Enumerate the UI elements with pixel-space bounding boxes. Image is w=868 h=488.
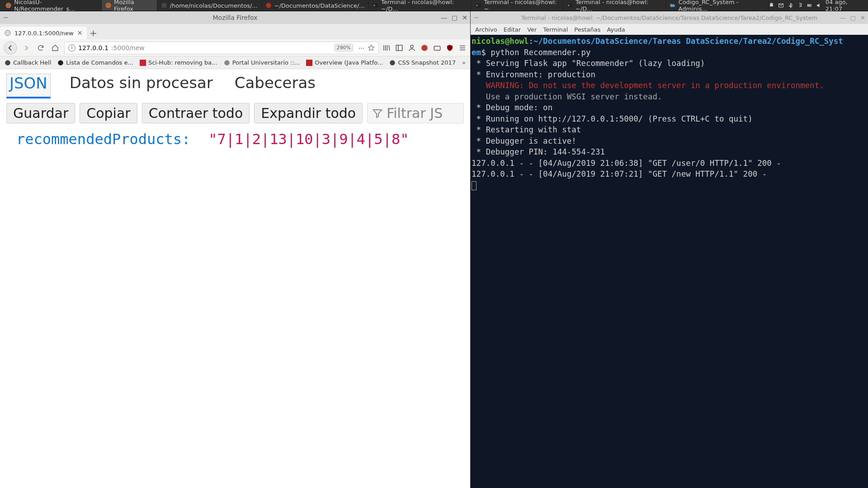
- bluetooth-icon[interactable]: [788, 2, 793, 9]
- bookmark-item[interactable]: Callback Hell: [5, 59, 51, 66]
- site-info-icon[interactable]: i: [68, 44, 75, 52]
- system-tray: 04 ago, 21:07: [769, 0, 866, 12]
- json-value[interactable]: "7|1|2|13|10|3|9|4|5|8": [208, 131, 409, 148]
- url-bar[interactable]: i 127.0.0.1:5000/new 290% ⋯: [64, 42, 379, 54]
- json-key[interactable]: recommendedProducts: [16, 131, 182, 148]
- close-icon[interactable]: ✕: [860, 14, 865, 21]
- taskbar-item[interactable]: Mozilla Firefox: [102, 0, 157, 11]
- menu-item[interactable]: Archivo: [475, 26, 497, 33]
- clock[interactable]: 04 ago, 21:07: [826, 0, 863, 12]
- bookmarks-overflow[interactable]: »: [462, 59, 466, 66]
- terminal-line: * Debug mode: on: [472, 103, 552, 112]
- svg-rect-24: [306, 60, 312, 66]
- taskbar-item[interactable]: ~/Documentos/DataScience/...: [262, 0, 369, 11]
- svg-rect-12: [807, 5, 810, 6]
- bookmark-item[interactable]: Portal Universitario ::...: [224, 59, 300, 66]
- terminal-line: * Running on http://127.0.0.1:5000/ (Pre…: [472, 114, 753, 123]
- tab-headers[interactable]: Cabeceras: [232, 74, 318, 99]
- system-taskbar: NicolasU-N/Recommender_s... Mozilla Fire…: [0, 0, 868, 11]
- copy-button[interactable]: Copiar: [80, 103, 137, 123]
- tab-raw[interactable]: Datos sin procesar: [67, 74, 216, 99]
- terminal-line: * Debugger PIN: 144-554-231: [472, 147, 605, 156]
- menu-item[interactable]: Terminal: [543, 26, 568, 33]
- library-icon[interactable]: [382, 44, 391, 52]
- window-menu-icon[interactable]: [3, 14, 9, 21]
- svg-rect-26: [474, 17, 478, 18]
- tab-close-icon[interactable]: ✕: [77, 29, 83, 37]
- svg-rect-6: [373, 4, 378, 8]
- collapse-all-button[interactable]: Contraer todo: [142, 103, 250, 123]
- taskbar-item[interactable]: NicolasU-N/Recommender_s...: [2, 0, 102, 11]
- bookmark-item[interactable]: Sci-Hub: removing ba...: [140, 59, 217, 66]
- filter-input[interactable]: Filtrar JS: [367, 103, 464, 123]
- bookmark-item[interactable]: Overview (Java Platfo...: [306, 59, 383, 66]
- prompt-cwd: em: [472, 48, 481, 57]
- window-title: Mozilla Firefox: [213, 14, 258, 21]
- taskbar-item[interactable]: Terminal - nicolas@howl: ~: [472, 0, 563, 11]
- svg-point-20: [5, 60, 10, 66]
- terminal-body[interactable]: nicolas@howl:~/Documentos/DataScience/Ta…: [471, 35, 868, 488]
- maximize-icon[interactable]: ▢: [850, 14, 856, 21]
- bookmark-star-icon[interactable]: [368, 44, 375, 52]
- taskbar-label: Terminal - nicolas@howl: ~/D...: [576, 0, 662, 12]
- tab-json[interactable]: JSON: [6, 74, 51, 99]
- network-icon[interactable]: [797, 2, 803, 9]
- bookmark-item[interactable]: Lista de Comandos e...: [57, 59, 133, 66]
- funnel-icon: [372, 108, 383, 119]
- prompt-cwd: ~/Documentos/DataScience/Tareas DataScie…: [533, 37, 843, 46]
- page-actions-icon[interactable]: ⋯: [359, 44, 365, 52]
- hamburger-menu-icon[interactable]: [458, 44, 467, 52]
- home-button[interactable]: [50, 42, 61, 53]
- firefox-titlebar[interactable]: Mozilla Firefox — ▢ ✕: [0, 11, 470, 24]
- bookmark-item[interactable]: CSS Snapshot 2017: [389, 59, 456, 66]
- desktop: Mozilla Firefox — ▢ ✕ 127.0.0.1:5000/new…: [0, 11, 868, 488]
- taskbar-label: NicolasU-N/Recommender_s...: [14, 0, 98, 12]
- reload-icon: [37, 44, 44, 52]
- terminal-icon: [475, 2, 481, 9]
- menu-item[interactable]: Ayuda: [607, 26, 625, 33]
- taskbar-item[interactable]: Terminal - nicolas@howl: ~/D...: [563, 0, 666, 11]
- terminal-line: 127.0.0.1 - - [04/Aug/2019 21:06:38] "GE…: [472, 159, 781, 168]
- zoom-indicator[interactable]: 290%: [335, 44, 353, 52]
- terminal-titlebar[interactable]: Terminal - nicolas@howl: ~/Documentos/Da…: [471, 11, 868, 24]
- mail-icon[interactable]: [778, 2, 784, 9]
- svg-rect-15: [396, 45, 402, 51]
- bookmark-label: Callback Hell: [13, 59, 51, 66]
- account-icon[interactable]: [408, 44, 416, 52]
- maximize-icon[interactable]: ▢: [452, 14, 458, 21]
- menu-item[interactable]: Editar: [504, 26, 521, 33]
- terminal-line: * Serving Flask app "Recommender" (lazy …: [472, 59, 705, 68]
- battery-icon[interactable]: [807, 2, 812, 9]
- minimize-icon[interactable]: —: [441, 14, 447, 21]
- taskbar-item[interactable]: /home/nicolas/Documentos/...: [157, 0, 262, 11]
- bell-icon[interactable]: [769, 2, 774, 9]
- close-icon[interactable]: ✕: [462, 14, 467, 21]
- volume-icon[interactable]: [816, 2, 822, 9]
- minimize-icon[interactable]: —: [840, 14, 846, 21]
- save-button[interactable]: Guardar: [6, 103, 75, 123]
- ublock-icon[interactable]: [446, 44, 454, 52]
- taskbar-label: ~/Documentos/DataScience/...: [274, 2, 365, 9]
- window-menu-icon[interactable]: [473, 14, 480, 21]
- browser-tab[interactable]: 127.0.0.1:5000/new ✕: [0, 27, 87, 39]
- reload-button[interactable]: [35, 42, 46, 53]
- bookmarks-toolbar: Callback Hell Lista de Comandos e... Sci…: [0, 56, 470, 69]
- arrow-right-icon: [23, 45, 29, 51]
- tab-strip: 127.0.0.1:5000/new ✕ +: [0, 24, 470, 39]
- taskbar-item[interactable]: Terminal - nicolas@howl: ~/D...: [369, 0, 472, 11]
- extension-icon[interactable]: [433, 44, 441, 52]
- menu-item[interactable]: Pestañas: [574, 26, 600, 33]
- editor-icon: [265, 2, 272, 9]
- menu-item[interactable]: Ver: [527, 26, 537, 33]
- forward-button[interactable]: [21, 42, 32, 53]
- expand-all-button[interactable]: Expandir todo: [254, 103, 363, 123]
- new-tab-button[interactable]: +: [87, 27, 99, 39]
- back-button[interactable]: [4, 41, 17, 55]
- sidebar-icon[interactable]: [395, 44, 403, 52]
- terminal-line: * Environment: production: [472, 70, 595, 79]
- svg-rect-8: [567, 4, 572, 8]
- taskbar-item[interactable]: Codigo_RC_System - Adminis...: [666, 0, 768, 11]
- terminal-line: Use a production WSGI server instead.: [472, 92, 662, 101]
- filter-placeholder: Filtrar JS: [387, 105, 443, 121]
- shield-icon[interactable]: [420, 44, 429, 52]
